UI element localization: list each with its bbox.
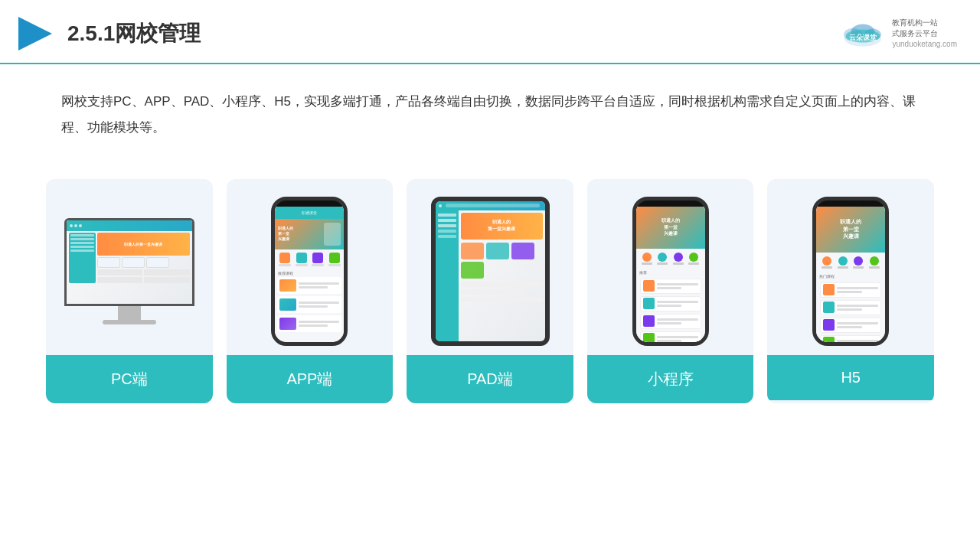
monitor-screen: 职通人的第一堂兴趣课 (64, 218, 194, 306)
description-text: 网校支持PC、APP、PAD、小程序、H5，实现多端打通，产品各终端自由切换，数… (0, 64, 980, 156)
page-header: 2.5.1网校管理 云朵课堂 教育机构一站 式服务云平台 yunduoketan… (0, 0, 980, 64)
card-pc-label: PC端 (46, 355, 213, 403)
description-content: 网校支持PC、APP、PAD、小程序、H5，实现多端打通，产品各终端自由切换，数… (61, 94, 916, 135)
card-app-image: 职通课堂 职通人的第一堂兴趣课 (227, 179, 394, 355)
card-h5-image: 职通人的第一堂兴趣课 (767, 179, 934, 355)
app-phone-body: 职通课堂 职通人的第一堂兴趣课 (271, 197, 348, 346)
card-pc: 职通人的第一堂兴趣课 (46, 179, 213, 403)
logo-text: 教育机构一站 式服务云平台 yunduoketang.com (892, 18, 957, 50)
page-title: 2.5.1网校管理 (67, 19, 201, 48)
card-pad: 职通人的第一堂兴趣课 (407, 179, 573, 403)
svg-marker-0 (18, 17, 52, 51)
card-app-label: APP端 (227, 355, 394, 403)
card-miniprogram: 职通人的第一堂兴趣课 (587, 179, 754, 403)
logo-slogan2: 式服务云平台 (892, 28, 957, 39)
card-pad-label: PAD端 (407, 355, 573, 403)
cloud-logo-icon: 云朵课堂 (840, 18, 886, 49)
card-pad-image: 职通人的第一堂兴趣课 (407, 179, 573, 355)
card-h5-label: H5 (767, 355, 934, 400)
h5-phone-mockup: 职通人的第一堂兴趣课 (812, 197, 889, 346)
app-phone-mockup: 职通课堂 职通人的第一堂兴趣课 (271, 197, 348, 346)
card-app: 职通课堂 职通人的第一堂兴趣课 (227, 179, 394, 403)
cards-container: 职通人的第一堂兴趣课 (0, 164, 980, 403)
card-pc-image: 职通人的第一堂兴趣课 (46, 179, 213, 355)
miniprogram-phone-body: 职通人的第一堂兴趣课 (632, 197, 709, 346)
pad-tablet-mockup: 职通人的第一堂兴趣课 (431, 197, 550, 346)
logo-url: yunduoketang.com (892, 39, 957, 50)
card-h5: 职通人的第一堂兴趣课 (767, 179, 934, 403)
pad-tablet-body: 职通人的第一堂兴趣课 (431, 197, 550, 346)
h5-phone-body: 职通人的第一堂兴趣课 (812, 197, 889, 346)
card-miniprogram-image: 职通人的第一堂兴趣课 (587, 179, 754, 355)
pc-monitor-mockup: 职通人的第一堂兴趣课 (64, 218, 194, 324)
play-icon (15, 14, 55, 54)
logo-slogan: 教育机构一站 (892, 18, 957, 28)
card-miniprogram-label: 小程序 (587, 355, 754, 403)
header-left: 2.5.1网校管理 (15, 14, 201, 54)
logo-area: 云朵课堂 教育机构一站 式服务云平台 yunduoketang.com (840, 18, 957, 50)
svg-text:云朵课堂: 云朵课堂 (849, 34, 877, 41)
miniprogram-phone-mockup: 职通人的第一堂兴趣课 (632, 197, 709, 346)
